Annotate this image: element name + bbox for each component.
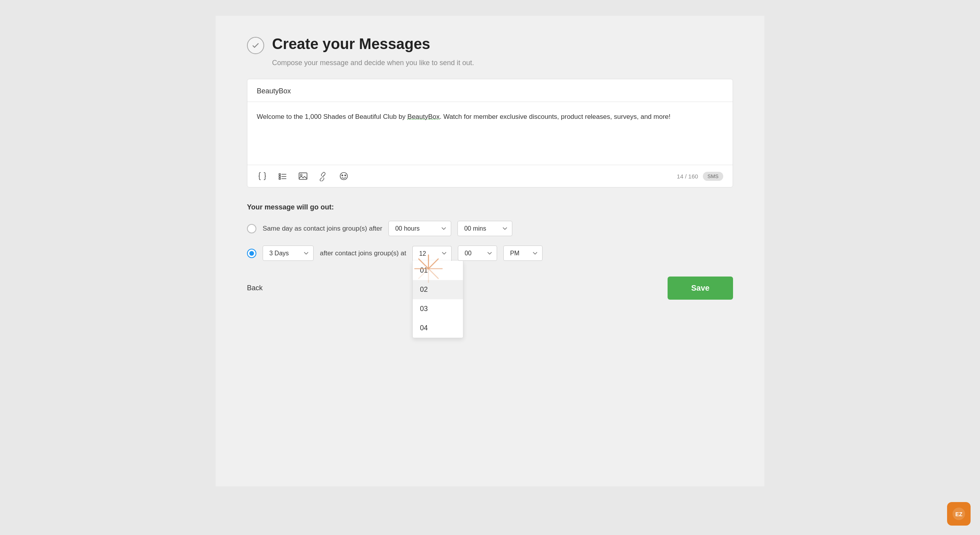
svg-point-10: [342, 175, 343, 176]
message-body[interactable]: Welcome to the 1,000 Shades of Beautiful…: [247, 102, 733, 165]
char-count-area: 14 / 160 SMS: [677, 172, 723, 181]
svg-point-9: [340, 173, 348, 180]
emoji-icon[interactable]: [338, 171, 349, 182]
hour-dropdown-list: 01 02 03 04: [412, 261, 463, 338]
schedule-section: Your message will go out: Same day as co…: [247, 203, 733, 261]
svg-rect-0: [279, 174, 281, 175]
save-button[interactable]: Save: [668, 277, 733, 300]
svg-rect-2: [279, 176, 281, 177]
same-day-label: Same day as contact joins group(s) after: [263, 225, 382, 233]
minute-select[interactable]: 00 15 30 45: [458, 246, 497, 261]
sender-name: BeautyBox: [247, 79, 733, 102]
hour-select[interactable]: 12 01 02 03: [412, 246, 452, 261]
schedule-option-2: 3 Days 1 Day 2 Days 5 Days 7 Days after …: [247, 246, 733, 261]
message-toolbar: 14 / 160 SMS: [247, 165, 733, 187]
dropdown-with-spinner: 01 02 03 04: [413, 261, 463, 338]
mins-select[interactable]: 00 mins 15 mins 30 mins 45 mins: [457, 221, 512, 236]
back-button[interactable]: Back: [247, 280, 263, 296]
brand-logo: EZ: [947, 502, 971, 526]
ampm-select[interactable]: PM AM: [503, 246, 543, 261]
schedule-option-1: Same day as contact joins group(s) after…: [247, 221, 733, 236]
radio-same-day[interactable]: [247, 224, 256, 233]
radio-days-after[interactable]: [247, 249, 256, 258]
section-title: Create your Messages: [272, 35, 430, 53]
section-header: Create your Messages: [247, 35, 733, 54]
image-icon[interactable]: [298, 171, 309, 182]
schedule-title: Your message will go out:: [247, 203, 733, 211]
hour-dropdown-wrapper: 12 01 02 03 01 02 03 04: [412, 246, 452, 261]
after-label: after contact joins group(s) at: [320, 249, 406, 257]
dropdown-item-01[interactable]: 01: [413, 261, 463, 280]
dropdown-item-04[interactable]: 04: [413, 318, 463, 338]
svg-rect-6: [299, 173, 307, 180]
curly-braces-icon[interactable]: [257, 171, 268, 182]
list-icon[interactable]: [277, 171, 288, 182]
check-circle-icon: [247, 37, 264, 54]
footer-row: Back Save: [247, 277, 733, 300]
message-card: BeautyBox Welcome to the 1,000 Shades of…: [247, 79, 733, 187]
section-subtitle: Compose your message and decide when you…: [272, 59, 733, 67]
dropdown-item-02[interactable]: 02: [413, 280, 463, 299]
hours-select[interactable]: 00 hours 01 hours 02 hours: [388, 221, 451, 236]
svg-point-11: [345, 175, 346, 176]
svg-line-8: [322, 175, 325, 177]
toolbar-icons: [257, 171, 349, 182]
sms-badge: SMS: [703, 172, 723, 181]
link-icon[interactable]: [318, 171, 329, 182]
page-container: Create your Messages Compose your messag…: [216, 16, 764, 486]
dropdown-item-03[interactable]: 03: [413, 299, 463, 318]
svg-text:EZ: EZ: [955, 511, 962, 517]
svg-rect-4: [279, 178, 281, 180]
char-count: 14 / 160: [677, 173, 698, 180]
beauty-box-link: BeautyBox: [407, 113, 439, 120]
checkmark-svg: [251, 41, 260, 50]
message-text: Welcome to the 1,000 Shades of Beautiful…: [257, 111, 723, 122]
days-select[interactable]: 3 Days 1 Day 2 Days 5 Days 7 Days: [263, 246, 314, 261]
